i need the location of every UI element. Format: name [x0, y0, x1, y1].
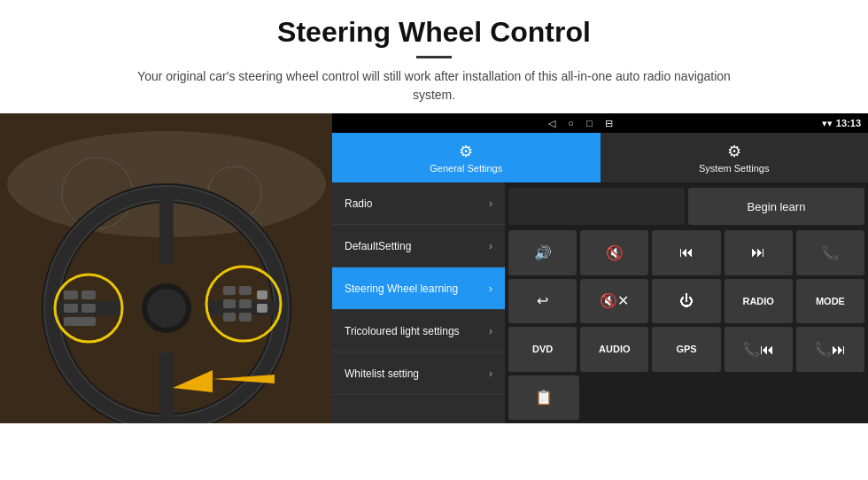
svg-rect-20 — [64, 317, 96, 326]
svg-rect-27 — [223, 313, 236, 321]
mute-button[interactable]: 🔇✕ — [580, 279, 648, 324]
call-next-button[interactable]: 📞⏭ — [796, 327, 864, 372]
svg-rect-22 — [239, 286, 252, 295]
steering-wheel-image — [0, 113, 332, 423]
gps-button[interactable]: GPS — [652, 327, 720, 372]
controls-grid: 🔊 🔇 ⏮ ⏭ 📞 — [508, 230, 864, 420]
status-bar: ◁ ○ □ ⊟ ▾▾ 13:13 — [332, 113, 868, 133]
begin-learn-row: Begin learn — [508, 186, 864, 227]
android-panel: ◁ ○ □ ⊟ ▾▾ 13:13 ⚙ General Settings ⚙ Sy… — [332, 113, 868, 423]
dvd-button[interactable]: DVD — [508, 327, 577, 372]
left-menu: Radio › DefaultSetting › Steering Wheel … — [332, 182, 505, 423]
tab-system[interactable]: ⚙ System Settings — [601, 133, 869, 182]
svg-rect-24 — [223, 299, 236, 308]
chevron-icon: › — [489, 197, 492, 210]
call-icon: 📞 — [821, 244, 839, 261]
menu-radio-label: Radio — [345, 197, 372, 210]
tab-bar: ⚙ General Settings ⚙ System Settings — [332, 133, 868, 182]
power-icon: ⏻ — [679, 293, 694, 309]
tab-general-label: General Settings — [430, 163, 502, 174]
main-content: ◁ ○ □ ⊟ ▾▾ 13:13 ⚙ General Settings ⚙ Sy… — [0, 113, 868, 423]
call-next-icon: 📞⏭ — [814, 341, 846, 358]
page-title: Steering Wheel Control — [18, 16, 850, 49]
call-button[interactable]: 📞 — [796, 230, 864, 275]
signal-icon: ▾▾ — [822, 118, 833, 129]
menu-item-steering[interactable]: Steering Wheel learning › — [332, 267, 505, 310]
vol-up-icon: 🔊 — [534, 244, 552, 261]
tab-system-label: System Settings — [699, 163, 769, 174]
menu-steering-label: Steering Wheel learning — [345, 283, 458, 295]
menu-icon[interactable]: ⊟ — [605, 118, 613, 129]
radio-button[interactable]: RADIO — [725, 279, 793, 324]
title-divider — [416, 56, 452, 58]
svg-rect-21 — [223, 286, 236, 295]
menu-item-tricoloured[interactable]: Tricoloured light settings › — [332, 310, 505, 352]
call-prev-button[interactable]: 📞⏮ — [725, 327, 793, 372]
svg-rect-25 — [239, 299, 252, 308]
menu-default-label: DefaultSetting — [345, 240, 411, 252]
page-header: Steering Wheel Control Your original car… — [0, 0, 868, 113]
svg-rect-23 — [257, 290, 267, 299]
call-prev-icon: 📞⏮ — [742, 341, 774, 358]
vol-down-button[interactable]: 🔇 — [580, 230, 648, 275]
audio-button[interactable]: AUDIO — [580, 327, 648, 372]
back-icon[interactable]: ◁ — [548, 118, 555, 129]
svg-rect-19 — [81, 304, 96, 313]
menu-whitelist-label: Whitelist setting — [345, 368, 419, 380]
prev-track-icon: ⏮ — [679, 244, 694, 260]
menu-item-radio[interactable]: Radio › — [332, 182, 505, 225]
svg-rect-16 — [64, 290, 78, 299]
power-button[interactable]: ⏻ — [652, 279, 720, 324]
hangup-button[interactable]: ↩ — [508, 279, 577, 324]
gps-label: GPS — [676, 344, 696, 354]
controls-row-3: DVD AUDIO GPS 📞⏮ 📞⏭ — [508, 327, 864, 372]
next-track-button[interactable]: ⏭ — [725, 230, 793, 275]
hangup-icon: ↩ — [537, 292, 548, 309]
misc-button[interactable]: 📋 — [508, 375, 579, 421]
svg-rect-17 — [81, 290, 96, 299]
home-icon[interactable]: ○ — [568, 118, 574, 128]
vol-down-icon: 🔇 — [606, 244, 624, 261]
menu-item-whitelist[interactable]: Whitelist setting › — [332, 352, 505, 395]
recents-icon[interactable]: □ — [586, 118, 593, 128]
svg-point-12 — [147, 289, 186, 328]
svg-rect-26 — [257, 304, 267, 313]
tab-general[interactable]: ⚙ General Settings — [332, 133, 601, 182]
audio-label: AUDIO — [599, 344, 630, 354]
chevron-icon: › — [489, 283, 492, 295]
svg-rect-28 — [239, 313, 252, 321]
misc-icon: 📋 — [535, 389, 553, 406]
vol-up-button[interactable]: 🔊 — [508, 230, 577, 275]
next-track-icon: ⏭ — [751, 244, 765, 260]
radio-label: RADIO — [742, 296, 773, 306]
status-icons: ▾▾ 13:13 — [822, 118, 861, 129]
mute-icon: 🔇✕ — [600, 292, 629, 309]
system-settings-icon: ⚙ — [727, 142, 741, 161]
chevron-icon: › — [489, 325, 492, 337]
mode-button[interactable]: MODE — [796, 279, 864, 324]
dvd-label: DVD — [532, 344, 553, 354]
empty-cell — [508, 188, 685, 225]
controls-row-4: 📋 — [508, 375, 864, 421]
right-controls-panel: Begin learn 🔊 🔇 ⏮ — [505, 182, 868, 423]
begin-learn-button[interactable]: Begin learn — [688, 188, 864, 225]
clock: 13:13 — [836, 118, 861, 128]
mode-label: MODE — [816, 296, 845, 306]
nav-bar: ◁ ○ □ ⊟ — [339, 118, 822, 129]
settings-content: Radio › DefaultSetting › Steering Wheel … — [332, 182, 868, 423]
page-subtitle: Your original car's steering wheel contr… — [124, 67, 744, 105]
chevron-icon: › — [489, 368, 492, 380]
menu-item-default[interactable]: DefaultSetting › — [332, 225, 505, 267]
prev-track-button[interactable]: ⏮ — [652, 230, 720, 275]
svg-rect-18 — [64, 304, 78, 313]
chevron-icon: › — [489, 240, 492, 252]
controls-row-1: 🔊 🔇 ⏮ ⏭ 📞 — [508, 230, 864, 275]
controls-row-2: ↩ 🔇✕ ⏻ RADIO MODE — [508, 279, 864, 324]
general-settings-icon: ⚙ — [459, 142, 473, 161]
menu-tricoloured-label: Tricoloured light settings — [345, 325, 460, 337]
